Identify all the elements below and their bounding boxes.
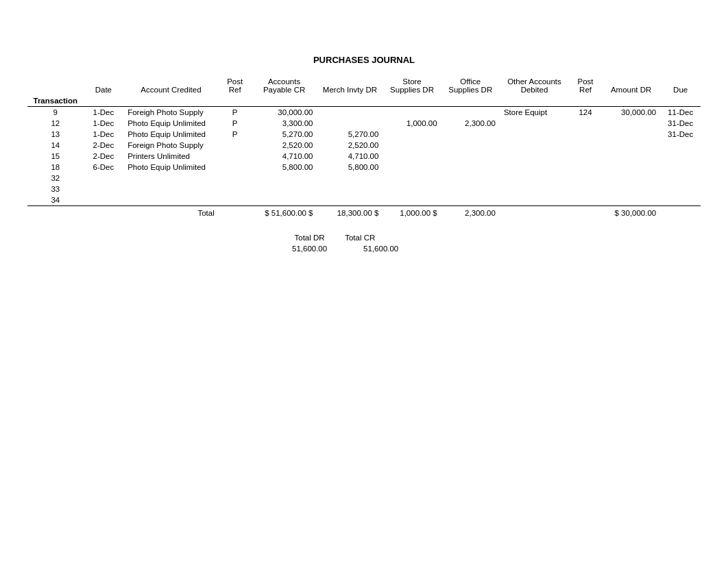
total-other	[500, 206, 569, 219]
total-cr-label: Total CR	[341, 232, 402, 243]
purchases-journal-table: Date Account Credited Post Ref Accounts …	[27, 76, 701, 218]
table-cell: 2-Dec	[84, 151, 124, 162]
total-post-ref	[219, 206, 252, 219]
table-cell: 5,270.00	[252, 129, 317, 140]
table-cell: 1-Dec	[84, 129, 124, 140]
table-cell	[383, 173, 441, 184]
table-cell	[602, 151, 660, 162]
table-cell: Printers Unlimited	[123, 151, 219, 162]
table-cell	[123, 195, 219, 206]
sub-total-table: Total DR Total CR 51,600.00 51,600.00	[288, 232, 402, 254]
table-cell: 2,520.00	[317, 140, 383, 151]
table-cell: P	[219, 107, 252, 118]
table-cell	[602, 162, 660, 173]
table-cell: 124	[569, 107, 602, 118]
table-cell	[219, 173, 252, 184]
journal-tbody: 91-DecForeigh Photo SupplyP30,000.00Stor…	[27, 107, 701, 206]
table-cell: 12	[27, 118, 84, 129]
table-row: 186-DecPhoto Equip Unlimited5,800.005,80…	[27, 162, 701, 173]
table-row: 121-DecPhoto Equip UnlimitedP3,300.001,0…	[27, 118, 701, 129]
header-row-top: Date Account Credited Post Ref Accounts …	[27, 76, 701, 95]
table-cell: Photo Equip Unlimited	[123, 129, 219, 140]
table-cell	[441, 140, 500, 151]
total-dr-label: Total DR	[288, 232, 341, 243]
table-cell	[441, 162, 500, 173]
table-cell: 2,300.00	[441, 118, 500, 129]
table-cell	[602, 129, 660, 140]
table-cell: Store Equipt	[500, 107, 569, 118]
empty-header-post2	[569, 95, 602, 107]
total-amount: $ 30,000.00	[602, 206, 660, 219]
table-cell	[441, 151, 500, 162]
table-cell: Photo Equip Unlimited	[123, 162, 219, 173]
table-cell	[602, 173, 660, 184]
table-cell	[500, 173, 569, 184]
table-cell	[383, 184, 441, 195]
table-cell	[123, 173, 219, 184]
table-cell: 34	[27, 195, 84, 206]
table-cell: 32	[27, 173, 84, 184]
table-cell	[500, 162, 569, 173]
journal-container: PURCHASES JOURNAL Date Account Credited …	[0, 0, 728, 282]
table-cell	[569, 118, 602, 129]
table-cell	[569, 184, 602, 195]
table-cell: 14	[27, 140, 84, 151]
table-cell	[219, 162, 252, 173]
total-label-cell	[27, 206, 84, 219]
table-cell	[602, 140, 660, 151]
total-ap: $ 51,600.00 $	[252, 206, 317, 219]
col-post-ref2: Post Ref	[569, 76, 602, 95]
table-cell	[660, 195, 701, 206]
col-transaction-label: Transaction	[27, 95, 84, 107]
table-cell	[441, 107, 500, 118]
table-cell: 4,710.00	[252, 151, 317, 162]
total-due	[660, 206, 701, 219]
empty-header-office	[441, 95, 500, 107]
table-cell	[383, 195, 441, 206]
empty-header-post1	[219, 95, 252, 107]
table-cell: P	[219, 118, 252, 129]
total-row: Total $ 51,600.00 $ 18,300.00 $ 1,000.00…	[27, 206, 701, 219]
table-cell: 4,710.00	[317, 151, 383, 162]
table-cell: P	[219, 129, 252, 140]
table-cell	[84, 195, 124, 206]
table-cell: Foreign Photo Supply	[123, 140, 219, 151]
empty-header-due	[660, 95, 701, 107]
table-cell	[602, 118, 660, 129]
table-cell: 5,270.00	[317, 129, 383, 140]
table-cell	[660, 173, 701, 184]
table-cell	[317, 118, 383, 129]
table-row: 33	[27, 184, 701, 195]
table-cell	[500, 184, 569, 195]
table-cell	[441, 129, 500, 140]
col-due: Due	[660, 76, 701, 95]
table-cell	[383, 140, 441, 151]
table-row: 142-DecForeign Photo Supply2,520.002,520…	[27, 140, 701, 151]
col-merch-invty: Merch Invty DR	[317, 76, 383, 95]
table-cell: 5,800.00	[252, 162, 317, 173]
table-cell	[84, 173, 124, 184]
col-other-accounts: Other Accounts Debited	[500, 76, 569, 95]
table-cell	[500, 140, 569, 151]
col-date: Date	[84, 76, 124, 95]
table-cell	[660, 140, 701, 151]
table-cell	[660, 184, 701, 195]
table-cell	[660, 162, 701, 173]
col-account-credited: Account Credited	[123, 76, 219, 95]
table-cell: Photo Equip Unlimited	[123, 118, 219, 129]
col-amount-dr: Amount DR	[602, 76, 660, 95]
table-cell	[500, 195, 569, 206]
table-cell: 11-Dec	[660, 107, 701, 118]
empty-header-date	[84, 95, 124, 107]
table-cell	[123, 184, 219, 195]
table-row: 131-DecPhoto Equip UnlimitedP5,270.005,2…	[27, 129, 701, 140]
table-cell	[602, 195, 660, 206]
table-cell	[441, 173, 500, 184]
empty-header-store	[383, 95, 441, 107]
table-cell: 1-Dec	[84, 118, 124, 129]
table-row: 91-DecForeigh Photo SupplyP30,000.00Stor…	[27, 107, 701, 118]
table-cell	[219, 151, 252, 162]
sub-total-section: Total DR Total CR 51,600.00 51,600.00	[27, 232, 701, 254]
table-cell	[569, 151, 602, 162]
table-cell	[219, 184, 252, 195]
